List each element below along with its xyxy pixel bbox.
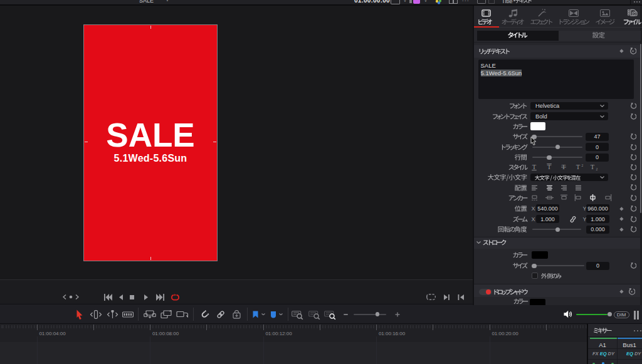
svg-text:T: T	[532, 164, 537, 170]
svg-text:2: 2	[596, 167, 598, 171]
svg-text:T: T	[576, 164, 581, 170]
svg-text:T: T	[562, 164, 566, 170]
svg-text:T: T	[591, 164, 595, 170]
svg-text:2: 2	[581, 164, 583, 167]
svg-text:T: T	[547, 164, 552, 170]
